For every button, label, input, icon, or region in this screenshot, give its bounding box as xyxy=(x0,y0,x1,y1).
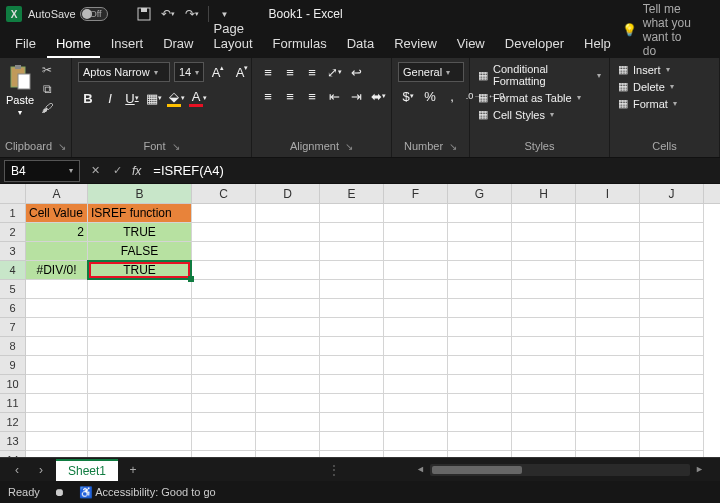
cell[interactable] xyxy=(512,413,576,432)
delete-cells-button[interactable]: ▦Delete▾ xyxy=(616,79,676,94)
row-header[interactable]: 8 xyxy=(0,337,26,356)
tell-me-search[interactable]: 💡 Tell me what you want to do xyxy=(622,2,714,58)
borders-icon[interactable]: ▦▾ xyxy=(144,88,164,108)
cell[interactable] xyxy=(256,204,320,223)
number-format-select[interactable]: General▾ xyxy=(398,62,464,82)
cell[interactable] xyxy=(88,318,192,337)
cell[interactable] xyxy=(576,432,640,451)
cell[interactable] xyxy=(576,318,640,337)
cell[interactable] xyxy=(512,242,576,261)
align-center-icon[interactable]: ≡ xyxy=(280,86,300,106)
cell[interactable] xyxy=(320,280,384,299)
cell[interactable] xyxy=(320,261,384,280)
chevron-down-icon[interactable]: ▾ xyxy=(69,166,73,175)
cell[interactable] xyxy=(448,375,512,394)
tab-developer[interactable]: Developer xyxy=(496,31,573,58)
cell[interactable] xyxy=(192,280,256,299)
cell[interactable] xyxy=(576,356,640,375)
row-header[interactable]: 2 xyxy=(0,223,26,242)
fx-icon[interactable]: fx xyxy=(132,164,141,178)
cell[interactable] xyxy=(192,242,256,261)
cell[interactable] xyxy=(448,223,512,242)
cell[interactable] xyxy=(26,413,88,432)
cell[interactable] xyxy=(448,451,512,457)
format-as-table-button[interactable]: ▦Format as Table▾ xyxy=(476,90,583,105)
row-header[interactable]: 10 xyxy=(0,375,26,394)
cell[interactable] xyxy=(88,375,192,394)
cell[interactable] xyxy=(26,318,88,337)
format-painter-icon[interactable]: 🖌 xyxy=(38,100,56,116)
cell[interactable] xyxy=(192,451,256,457)
cell[interactable] xyxy=(640,394,704,413)
tab-data[interactable]: Data xyxy=(338,31,383,58)
underline-button[interactable]: U▾ xyxy=(122,88,142,108)
cell[interactable] xyxy=(320,394,384,413)
cell[interactable] xyxy=(192,394,256,413)
cell[interactable] xyxy=(512,432,576,451)
row-header[interactable]: 7 xyxy=(0,318,26,337)
horizontal-scrollbar[interactable] xyxy=(430,464,690,476)
cell[interactable] xyxy=(512,451,576,457)
cell[interactable] xyxy=(320,375,384,394)
tab-file[interactable]: File xyxy=(6,31,45,58)
cell[interactable] xyxy=(192,413,256,432)
cell[interactable] xyxy=(448,299,512,318)
dialog-launcher-icon[interactable]: ↘ xyxy=(449,141,457,152)
cell[interactable] xyxy=(576,261,640,280)
row-header[interactable]: 4 xyxy=(0,261,26,280)
cell[interactable] xyxy=(26,375,88,394)
align-top-icon[interactable]: ≡ xyxy=(258,62,278,82)
cell[interactable] xyxy=(256,432,320,451)
cell[interactable] xyxy=(256,223,320,242)
cell[interactable] xyxy=(576,299,640,318)
cell[interactable] xyxy=(576,451,640,457)
tab-help[interactable]: Help xyxy=(575,31,620,58)
row-header[interactable]: 13 xyxy=(0,432,26,451)
cell[interactable] xyxy=(256,413,320,432)
cell[interactable] xyxy=(88,356,192,375)
cell[interactable] xyxy=(88,394,192,413)
increase-indent-icon[interactable]: ⇥ xyxy=(346,86,366,106)
row-header[interactable]: 6 xyxy=(0,299,26,318)
cell[interactable] xyxy=(640,242,704,261)
cell[interactable] xyxy=(192,261,256,280)
cell[interactable] xyxy=(448,261,512,280)
cell[interactable] xyxy=(26,337,88,356)
col-header-e[interactable]: E xyxy=(320,184,384,203)
cell[interactable] xyxy=(320,337,384,356)
cell[interactable] xyxy=(88,432,192,451)
dialog-launcher-icon[interactable]: ↘ xyxy=(172,141,180,152)
cell[interactable] xyxy=(320,356,384,375)
cell[interactable] xyxy=(640,337,704,356)
autosave-toggle[interactable]: AutoSave Off xyxy=(28,7,124,21)
align-middle-icon[interactable]: ≡ xyxy=(280,62,300,82)
tab-formulas[interactable]: Formulas xyxy=(264,31,336,58)
cell[interactable] xyxy=(640,204,704,223)
cell[interactable] xyxy=(448,413,512,432)
cell[interactable] xyxy=(640,375,704,394)
font-size-select[interactable]: 14▾ xyxy=(174,62,204,82)
col-header-d[interactable]: D xyxy=(256,184,320,203)
cell[interactable] xyxy=(384,375,448,394)
fill-color-icon[interactable]: ⬙▾ xyxy=(166,88,186,108)
cell[interactable] xyxy=(512,356,576,375)
cell[interactable] xyxy=(256,261,320,280)
cell[interactable] xyxy=(26,432,88,451)
cell[interactable] xyxy=(512,204,576,223)
cell[interactable] xyxy=(26,280,88,299)
cell[interactable] xyxy=(576,375,640,394)
cell[interactable] xyxy=(192,299,256,318)
cell[interactable] xyxy=(192,432,256,451)
cell[interactable] xyxy=(640,318,704,337)
cell[interactable] xyxy=(256,337,320,356)
cell[interactable] xyxy=(88,299,192,318)
cell[interactable] xyxy=(384,337,448,356)
cell[interactable] xyxy=(640,299,704,318)
cell[interactable] xyxy=(448,356,512,375)
cell[interactable] xyxy=(192,318,256,337)
paste-label[interactable]: Paste xyxy=(6,94,34,106)
cell-a2[interactable]: 2 xyxy=(26,223,88,242)
cell[interactable] xyxy=(256,242,320,261)
format-cells-button[interactable]: ▦Format▾ xyxy=(616,96,679,111)
cell[interactable] xyxy=(26,356,88,375)
